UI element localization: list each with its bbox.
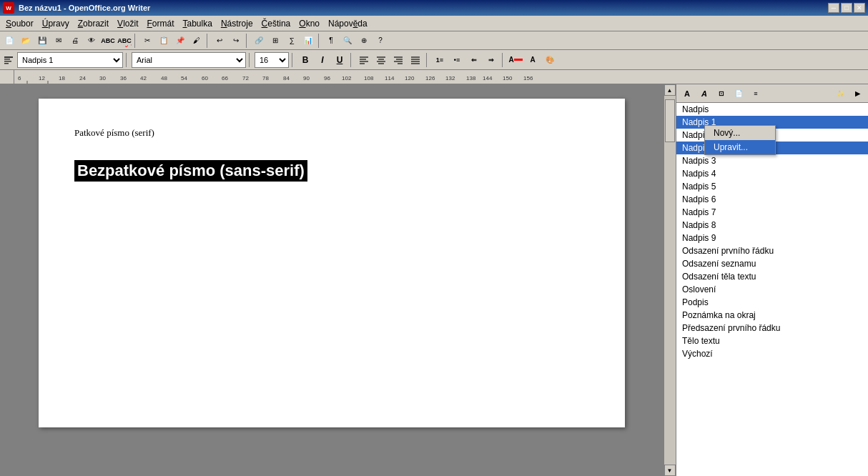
email-button[interactable]: ✉ — [51, 33, 66, 49]
bold-button[interactable]: B — [297, 52, 313, 68]
style-podpis[interactable]: Podpis — [676, 296, 868, 309]
menu-vlozit[interactable]: Vložit — [113, 17, 142, 30]
format-sep-2 — [249, 53, 252, 67]
style-icon — [1, 52, 16, 68]
style-odsazeni-prvniho[interactable]: Odsazení prvního řádku — [676, 244, 868, 257]
copy-button[interactable]: 📋 — [156, 33, 172, 49]
scroll-up-button[interactable]: ▲ — [664, 84, 676, 96]
style-nadpis-7[interactable]: Nadpis 7 — [676, 206, 868, 219]
outdent-button[interactable]: ⇐ — [466, 52, 482, 68]
italic-button[interactable]: I — [315, 52, 330, 68]
font-color-button[interactable]: A — [508, 52, 523, 68]
svg-rect-3 — [4, 63, 9, 64]
svg-rect-2 — [4, 61, 11, 62]
style-nadpis[interactable]: Nadpis — [676, 103, 868, 116]
align-center-button[interactable] — [373, 52, 389, 68]
align-right-button[interactable] — [390, 52, 406, 68]
format-sep-4 — [350, 53, 353, 67]
svg-text:114: 114 — [385, 75, 395, 81]
styles-list-button[interactable]: ≡ — [748, 86, 764, 101]
style-nadpis-3[interactable]: Nadpis 3 — [676, 154, 868, 167]
scroll-down-button[interactable]: ▼ — [664, 465, 676, 476]
minimize-button[interactable]: ─ — [828, 3, 839, 13]
save-button[interactable]: 💾 — [34, 33, 50, 49]
nonprint-button[interactable]: ¶ — [323, 33, 339, 49]
align-left-button[interactable] — [356, 52, 372, 68]
menu-upravy[interactable]: Úpravy — [38, 17, 74, 30]
svg-text:6: 6 — [18, 75, 21, 81]
style-nadpis-6[interactable]: Nadpis 6 — [676, 193, 868, 206]
menu-napoveda[interactable]: Nápověda — [324, 17, 372, 30]
menu-tabulka[interactable]: Tabulka — [179, 17, 217, 30]
ctx-upravit[interactable]: Upravit... — [705, 140, 775, 154]
find-button[interactable]: 🔍 — [340, 33, 355, 49]
indent-button[interactable]: ⇒ — [483, 52, 499, 68]
table-button[interactable]: ⊞ — [267, 33, 283, 49]
styles-more-button[interactable]: ▶ — [849, 86, 865, 101]
menu-format[interactable]: Formát — [142, 17, 178, 30]
undo-button[interactable]: ↩ — [212, 33, 227, 49]
unordered-list-button[interactable]: •≡ — [449, 52, 465, 68]
preview-button[interactable]: 👁 — [84, 33, 99, 49]
maximize-button[interactable]: □ — [841, 3, 852, 13]
ordered-list-button[interactable]: 1≡ — [432, 52, 448, 68]
style-osloveni[interactable]: Oslovení — [676, 283, 868, 296]
styles-list: Nadpis Nadpis 1 Nadpis 2 Nadpis 3 Nadpis… — [676, 103, 868, 476]
formula-button[interactable]: ∑ — [284, 33, 300, 49]
styles-new-button[interactable]: ✨ — [832, 86, 848, 101]
toolbar-separator-1 — [134, 34, 137, 48]
style-nadpis-8[interactable]: Nadpis 8 — [676, 219, 868, 232]
highlight-button[interactable]: A — [525, 52, 541, 68]
scroll-thumb[interactable] — [665, 99, 675, 142]
menu-nastroje[interactable]: Nástroje — [217, 17, 257, 30]
app-icon: W — [3, 2, 14, 14]
ruler: 6 12 18 24 30 36 42 48 54 60 66 72 78 84… — [0, 70, 868, 84]
menu-zobrazit[interactable]: Zobrazit — [74, 17, 113, 30]
spell-button[interactable]: ABC — [100, 33, 116, 49]
styles-frame-button[interactable]: ⊡ — [714, 86, 729, 101]
menu-cestina[interactable]: Čeština — [257, 17, 295, 30]
menu-okno[interactable]: Okno — [295, 17, 324, 30]
redo-button[interactable]: ↪ — [228, 33, 244, 49]
close-button[interactable]: ✕ — [854, 3, 865, 13]
svg-text:138: 138 — [466, 75, 476, 81]
justify-button[interactable] — [408, 52, 423, 68]
paragraph-style-select[interactable]: Nadpis 1 Nadpis 2 Výchozí Tělo textu — [17, 52, 123, 68]
style-odsazeni-seznamu[interactable]: Odsazení seznamu — [676, 257, 868, 270]
cut-button[interactable]: ✂ — [139, 33, 155, 49]
format-paint-button[interactable]: 🖌 — [189, 33, 204, 49]
svg-text:72: 72 — [242, 75, 249, 81]
underline-button[interactable]: U — [332, 52, 347, 68]
svg-text:78: 78 — [262, 75, 269, 81]
style-nadpis-4[interactable]: Nadpis 4 — [676, 167, 868, 180]
font-name-select[interactable]: Arial Times New Roman — [132, 52, 246, 68]
ctx-novy[interactable]: Nový... — [705, 126, 775, 140]
open-button[interactable]: 📂 — [18, 33, 34, 49]
font-size-select[interactable]: 16 12 14 18 24 — [255, 52, 289, 68]
style-vychozi[interactable]: Výchozí — [676, 347, 868, 360]
style-odsazeni-tela[interactable]: Odsazení těla textu — [676, 270, 868, 283]
style-poznamka[interactable]: Poznámka na okraj — [676, 309, 868, 322]
style-predsazeni[interactable]: Předsazení prvního řádku — [676, 322, 868, 334]
hyperlink-button[interactable]: 🔗 — [251, 33, 267, 49]
styles-para-button[interactable]: A — [696, 86, 712, 101]
style-nadpis-9[interactable]: Nadpis 9 — [676, 232, 868, 244]
style-telo-textu[interactable]: Tělo textu — [676, 334, 868, 347]
new-button[interactable]: 📄 — [1, 33, 17, 49]
bg-color-button[interactable]: 🎨 — [542, 52, 558, 68]
spell2-button[interactable]: ABC — [117, 33, 132, 49]
svg-text:24: 24 — [79, 75, 86, 81]
format-toolbar: Nadpis 1 Nadpis 2 Výchozí Tělo textu Ari… — [0, 50, 868, 70]
help-button[interactable]: ? — [373, 33, 388, 49]
print-button[interactable]: 🖨 — [67, 33, 83, 49]
chart-button[interactable]: 📊 — [300, 33, 316, 49]
paste-button[interactable]: 📌 — [172, 33, 188, 49]
menu-soubor[interactable]: Soubor — [1, 17, 38, 30]
style-nadpis-5[interactable]: Nadpis 5 — [676, 180, 868, 193]
styles-font-button[interactable]: A — [679, 86, 695, 101]
title-bar: W Bez názvu1 - OpenOffice.org Writer ─ □… — [0, 0, 868, 16]
vertical-scrollbar: ▲ ▼ — [664, 84, 675, 476]
svg-text:60: 60 — [202, 75, 208, 81]
styles-page-button[interactable]: 📄 — [731, 86, 746, 101]
navigator-button[interactable]: ⊕ — [356, 33, 372, 49]
